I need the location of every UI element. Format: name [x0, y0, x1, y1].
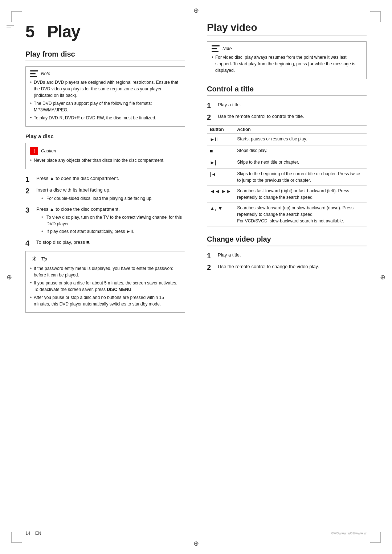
caution-label: Caution — [41, 148, 56, 154]
table-row: ▲, ▼ Searches slow-forward (up) or slow-… — [207, 203, 367, 226]
reg-lines-left — [7, 25, 14, 28]
page-number: 14 EN — [25, 531, 41, 536]
note-label-right: Note — [222, 45, 232, 52]
content-area: 5 Play Play from disc Note DVDs and DVD … — [25, 22, 367, 319]
caution-list: Never place any objects other than discs… — [30, 157, 180, 164]
reg-mark-top: ⊕ — [193, 7, 199, 15]
caution-box: ! Caution Never place any objects other … — [25, 143, 185, 169]
step-3-sub: To view disc play, turn on the TV to the… — [36, 214, 185, 235]
corner-mark-br — [370, 532, 381, 543]
step-content-2: Insert a disc with its label facing up. … — [36, 186, 185, 203]
change-video-steps: 1 Play a title. 2 Use the remote control… — [207, 251, 367, 272]
note-item: To play DVD-R, DVD+R or DVD-RW, the disc… — [30, 115, 180, 121]
note-item: The DVD player can support play of the f… — [30, 100, 180, 113]
step-content-4: To stop disc play, press ■. — [36, 239, 185, 247]
table-cell-action: Searches slow-forward (up) or slow-backw… — [234, 203, 367, 226]
section-play-from-disc-heading: Play from disc — [25, 50, 185, 61]
change-step-2: 2 Use the remote control to change the v… — [207, 263, 367, 272]
tip-item: If the password entry menu is displayed,… — [30, 265, 180, 278]
step-sub-item: To view disc play, turn on the TV to the… — [41, 214, 185, 227]
note-box-play-from-disc: Note DVDs and DVD players are designed w… — [25, 66, 185, 127]
reg-mark-bottom: ⊕ — [193, 539, 199, 547]
control-step-2: 2 Use the remote control to control the … — [207, 113, 367, 122]
table-row: ►II Starts, pauses or resumes disc play. — [207, 134, 367, 145]
step-3: 3 Press ▲ to close the disc compartment.… — [25, 206, 185, 236]
footer-url: ©V©www w©©www w — [331, 532, 367, 535]
tip-item: After you pause or stop a disc and no bu… — [30, 294, 180, 307]
step-sub-item: If play does not start automatically, pr… — [41, 228, 185, 235]
tip-header: ✳ Tip — [30, 255, 180, 263]
note-label: Note — [41, 70, 50, 77]
table-cell-action: Skips to the next title or chapter. — [234, 157, 367, 169]
section-play-video-heading: Play video — [207, 22, 367, 36]
subsection-play-a-disc-heading: Play a disc — [25, 133, 185, 139]
chapter-title: 5 Play — [25, 22, 185, 41]
right-column: Play video Note For video disc, play alw… — [203, 22, 367, 319]
change-step-1: 1 Play a title. — [207, 251, 367, 260]
tip-icon: ✳ — [30, 255, 38, 263]
change-step-content-2: Use the remote control to change the vid… — [218, 263, 367, 272]
chapter-number: 5 — [25, 22, 34, 41]
step-num-4: 4 — [25, 239, 33, 247]
col-action-header: Action — [234, 126, 367, 134]
note-item-right: For video disc, play always resumes from… — [212, 54, 362, 74]
tip-list: If the password entry menu is displayed,… — [30, 265, 180, 307]
control-step-content-1: Play a title. — [218, 101, 367, 110]
control-title-steps: 1 Play a title. 2 Use the remote control… — [207, 101, 367, 122]
reg-mark-right: ⊕ — [380, 273, 385, 281]
left-column: 5 Play Play from disc Note DVDs and DVD … — [25, 22, 189, 319]
control-step-content-2: Use the remote control to control the ti… — [218, 113, 367, 122]
col-button-header: Button — [207, 126, 234, 134]
note-list-right: For video disc, play always resumes from… — [212, 54, 362, 74]
control-step-1: 1 Play a title. — [207, 101, 367, 110]
table-row: |◄ Skips to the beginning of the current… — [207, 169, 367, 186]
page: ⊕ ⊕ ⊕ ⊕ 5 Play Play from disc — [0, 0, 392, 554]
step-sub-item: For double-sided discs, load the playing… — [41, 195, 185, 202]
step-num-1: 1 — [25, 175, 33, 184]
table-cell-button: ■ — [207, 145, 234, 157]
corner-mark-tl — [11, 11, 22, 22]
note-icon-right — [212, 45, 220, 52]
control-table: Button Action ►II Starts, pauses or resu… — [207, 125, 367, 226]
control-a-title-heading: Control a title — [207, 85, 367, 96]
tip-label: Tip — [41, 256, 47, 262]
table-cell-button: ◄◄ ►► — [207, 186, 234, 203]
page-footer: 14 EN ©V©www w©©www w — [25, 531, 367, 536]
step-1: 1 Press ▲ to open the disc compartment. — [25, 175, 185, 184]
step-4: 4 To stop disc play, press ■. — [25, 239, 185, 247]
control-step-num-1: 1 — [207, 101, 214, 110]
change-step-num-1: 1 — [207, 251, 214, 260]
tip-item: If you pause or stop a disc for about 5 … — [30, 280, 180, 293]
reg-mark-left: ⊕ — [7, 273, 12, 281]
table-cell-button: ►| — [207, 157, 234, 169]
table-cell-button: ▲, ▼ — [207, 203, 234, 226]
note-header-right: Note — [212, 45, 362, 52]
play-disc-steps: 1 Press ▲ to open the disc compartment. … — [25, 175, 185, 247]
note-box-play-video: Note For video disc, play always resumes… — [207, 41, 367, 79]
note-icon — [30, 70, 38, 77]
caution-header: ! Caution — [30, 147, 180, 155]
change-step-num-2: 2 — [207, 263, 214, 272]
page-lang: EN — [35, 531, 41, 536]
table-cell-action: Skips to the beginning of the current ti… — [234, 169, 367, 186]
change-step-content-1: Play a title. — [218, 251, 367, 260]
step-2-sub: For double-sided discs, load the playing… — [36, 195, 185, 202]
table-cell-button: |◄ — [207, 169, 234, 186]
page-num-value: 14 — [25, 531, 30, 536]
caution-item: Never place any objects other than discs… — [30, 157, 180, 164]
step-num-3: 3 — [25, 206, 33, 236]
step-content-3: Press ▲ to close the disc compartment. T… — [36, 206, 185, 236]
note-header: Note — [30, 70, 180, 77]
control-step-num-2: 2 — [207, 113, 214, 122]
table-row: ◄◄ ►► Searches fast-forward (right) or f… — [207, 186, 367, 203]
table-cell-action: Stops disc play. — [234, 145, 367, 157]
table-row: ►| Skips to the next title or chapter. — [207, 157, 367, 169]
chapter-name: Play — [47, 22, 80, 41]
note-list: DVDs and DVD players are designed with r… — [30, 79, 180, 121]
tip-box: ✳ Tip If the password entry menu is disp… — [25, 251, 185, 313]
table-cell-button: ►II — [207, 134, 234, 145]
caution-icon: ! — [30, 147, 38, 155]
tip-star-icon: ✳ — [32, 254, 37, 264]
table-row: ■ Stops disc play. — [207, 145, 367, 157]
table-cell-action: Searches fast-forward (right) or fast-ba… — [234, 186, 367, 203]
